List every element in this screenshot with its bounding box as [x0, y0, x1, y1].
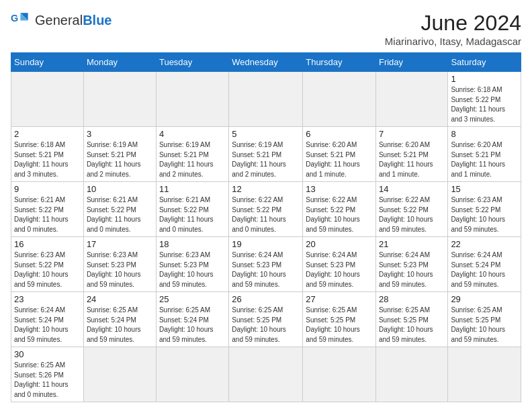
calendar-cell: 24Sunrise: 6:25 AM Sunset: 5:24 PM Dayli…: [83, 292, 156, 347]
calendar-cell: 26Sunrise: 6:25 AM Sunset: 5:25 PM Dayli…: [229, 292, 303, 347]
day-number: 20: [306, 239, 373, 249]
title-area: June 2024 Miarinarivo, Itasy, Madagascar: [385, 11, 521, 47]
calendar-cell: [83, 347, 156, 402]
calendar-cell: 12Sunrise: 6:22 AM Sunset: 5:22 PM Dayli…: [229, 182, 303, 237]
logo: G GeneralBlue: [11, 11, 112, 30]
day-info: Sunrise: 6:24 AM Sunset: 5:24 PM Dayligh…: [451, 250, 518, 289]
day-number: 6: [306, 129, 373, 139]
day-info: Sunrise: 6:25 AM Sunset: 5:25 PM Dayligh…: [379, 306, 445, 345]
calendar-cell: 9Sunrise: 6:21 AM Sunset: 5:22 PM Daylig…: [11, 182, 84, 237]
generalblue-logo-icon: G: [11, 11, 32, 30]
day-info: Sunrise: 6:25 AM Sunset: 5:26 PM Dayligh…: [14, 361, 81, 400]
day-info: Sunrise: 6:25 AM Sunset: 5:24 PM Dayligh…: [159, 306, 226, 345]
calendar-cell: 1Sunrise: 6:18 AM Sunset: 5:22 PM Daylig…: [448, 72, 521, 127]
calendar-cell: 4Sunrise: 6:19 AM Sunset: 5:21 PM Daylig…: [156, 127, 228, 182]
calendar-cell: [375, 347, 447, 402]
calendar-cell: 10Sunrise: 6:21 AM Sunset: 5:22 PM Dayli…: [83, 182, 156, 237]
svg-text:G: G: [11, 13, 18, 24]
day-number: 13: [306, 184, 373, 194]
day-info: Sunrise: 6:23 AM Sunset: 5:23 PM Dayligh…: [87, 250, 153, 289]
calendar-cell: 28Sunrise: 6:25 AM Sunset: 5:25 PM Dayli…: [375, 292, 447, 347]
day-number: 3: [87, 129, 153, 139]
calendar-cell: [303, 347, 376, 402]
day-info: Sunrise: 6:19 AM Sunset: 5:21 PM Dayligh…: [232, 140, 300, 179]
day-number: 29: [451, 294, 518, 304]
day-info: Sunrise: 6:24 AM Sunset: 5:24 PM Dayligh…: [14, 306, 81, 345]
calendar-cell: 21Sunrise: 6:24 AM Sunset: 5:23 PM Dayli…: [375, 237, 447, 292]
calendar-table: SundayMondayTuesdayWednesdayThursdayFrid…: [11, 52, 521, 402]
day-info: Sunrise: 6:20 AM Sunset: 5:21 PM Dayligh…: [451, 140, 518, 179]
day-info: Sunrise: 6:18 AM Sunset: 5:21 PM Dayligh…: [14, 140, 81, 179]
day-info: Sunrise: 6:22 AM Sunset: 5:22 PM Dayligh…: [379, 195, 445, 234]
day-number: 27: [306, 294, 373, 304]
calendar-cell: [156, 72, 228, 127]
day-number: 26: [232, 294, 300, 304]
calendar-cell: 30Sunrise: 6:25 AM Sunset: 5:26 PM Dayli…: [11, 347, 84, 402]
calendar-week-row: 2Sunrise: 6:18 AM Sunset: 5:21 PM Daylig…: [11, 127, 521, 182]
day-number: 12: [232, 184, 300, 194]
day-number: 17: [87, 239, 153, 249]
calendar-cell: 14Sunrise: 6:22 AM Sunset: 5:22 PM Dayli…: [375, 182, 447, 237]
month-title: June 2024: [385, 11, 521, 36]
weekday-header-tuesday: Tuesday: [156, 53, 228, 72]
day-number: 1: [451, 74, 518, 84]
calendar-cell: [448, 347, 521, 402]
day-info: Sunrise: 6:22 AM Sunset: 5:22 PM Dayligh…: [232, 195, 300, 234]
calendar-cell: 7Sunrise: 6:20 AM Sunset: 5:21 PM Daylig…: [375, 127, 447, 182]
calendar-week-row: 9Sunrise: 6:21 AM Sunset: 5:22 PM Daylig…: [11, 182, 521, 237]
day-info: Sunrise: 6:20 AM Sunset: 5:21 PM Dayligh…: [306, 140, 373, 179]
day-info: Sunrise: 6:20 AM Sunset: 5:21 PM Dayligh…: [379, 140, 445, 179]
day-info: Sunrise: 6:25 AM Sunset: 5:25 PM Dayligh…: [232, 306, 300, 345]
calendar-cell: 22Sunrise: 6:24 AM Sunset: 5:24 PM Dayli…: [448, 237, 521, 292]
day-number: 25: [159, 294, 226, 304]
calendar-cell: 15Sunrise: 6:23 AM Sunset: 5:22 PM Dayli…: [448, 182, 521, 237]
weekday-header-sunday: Sunday: [11, 53, 84, 72]
day-info: Sunrise: 6:21 AM Sunset: 5:22 PM Dayligh…: [159, 195, 226, 234]
weekday-header-saturday: Saturday: [448, 53, 521, 72]
day-info: Sunrise: 6:19 AM Sunset: 5:21 PM Dayligh…: [87, 140, 153, 179]
calendar-cell: 20Sunrise: 6:24 AM Sunset: 5:23 PM Dayli…: [303, 237, 376, 292]
day-info: Sunrise: 6:19 AM Sunset: 5:21 PM Dayligh…: [159, 140, 226, 179]
day-info: Sunrise: 6:23 AM Sunset: 5:22 PM Dayligh…: [14, 250, 81, 289]
day-info: Sunrise: 6:24 AM Sunset: 5:23 PM Dayligh…: [306, 250, 373, 289]
calendar-week-row: 30Sunrise: 6:25 AM Sunset: 5:26 PM Dayli…: [11, 347, 521, 402]
day-number: 5: [232, 129, 300, 139]
day-info: Sunrise: 6:23 AM Sunset: 5:23 PM Dayligh…: [159, 250, 226, 289]
day-info: Sunrise: 6:25 AM Sunset: 5:25 PM Dayligh…: [451, 306, 518, 345]
calendar-cell: [375, 72, 447, 127]
weekday-header-friday: Friday: [375, 53, 447, 72]
calendar-cell: 11Sunrise: 6:21 AM Sunset: 5:22 PM Dayli…: [156, 182, 228, 237]
calendar-cell: 13Sunrise: 6:22 AM Sunset: 5:22 PM Dayli…: [303, 182, 376, 237]
day-number: 7: [379, 129, 445, 139]
calendar-cell: 18Sunrise: 6:23 AM Sunset: 5:23 PM Dayli…: [156, 237, 228, 292]
day-number: 16: [14, 239, 81, 249]
weekday-header-thursday: Thursday: [303, 53, 376, 72]
location: Miarinarivo, Itasy, Madagascar: [385, 36, 521, 47]
day-number: 23: [14, 294, 81, 304]
day-number: 24: [87, 294, 153, 304]
day-info: Sunrise: 6:22 AM Sunset: 5:22 PM Dayligh…: [306, 195, 373, 234]
weekday-header-wednesday: Wednesday: [229, 53, 303, 72]
calendar-week-row: 23Sunrise: 6:24 AM Sunset: 5:24 PM Dayli…: [11, 292, 521, 347]
calendar-cell: [11, 72, 84, 127]
calendar-cell: 2Sunrise: 6:18 AM Sunset: 5:21 PM Daylig…: [11, 127, 84, 182]
calendar-cell: [83, 72, 156, 127]
calendar-cell: [229, 347, 303, 402]
calendar-cell: [156, 347, 228, 402]
day-info: Sunrise: 6:24 AM Sunset: 5:23 PM Dayligh…: [232, 250, 300, 289]
calendar-cell: [303, 72, 376, 127]
calendar-cell: 16Sunrise: 6:23 AM Sunset: 5:22 PM Dayli…: [11, 237, 84, 292]
day-number: 15: [451, 184, 518, 194]
logo-text: GeneralBlue: [35, 13, 112, 28]
weekday-header-monday: Monday: [83, 53, 156, 72]
calendar-cell: 19Sunrise: 6:24 AM Sunset: 5:23 PM Dayli…: [229, 237, 303, 292]
calendar-cell: 8Sunrise: 6:20 AM Sunset: 5:21 PM Daylig…: [448, 127, 521, 182]
day-info: Sunrise: 6:21 AM Sunset: 5:22 PM Dayligh…: [87, 195, 153, 234]
calendar-cell: 5Sunrise: 6:19 AM Sunset: 5:21 PM Daylig…: [229, 127, 303, 182]
day-info: Sunrise: 6:23 AM Sunset: 5:22 PM Dayligh…: [451, 195, 518, 234]
day-info: Sunrise: 6:21 AM Sunset: 5:22 PM Dayligh…: [14, 195, 81, 234]
day-number: 10: [87, 184, 153, 194]
calendar-cell: [229, 72, 303, 127]
calendar-cell: 17Sunrise: 6:23 AM Sunset: 5:23 PM Dayli…: [83, 237, 156, 292]
calendar-cell: 23Sunrise: 6:24 AM Sunset: 5:24 PM Dayli…: [11, 292, 84, 347]
